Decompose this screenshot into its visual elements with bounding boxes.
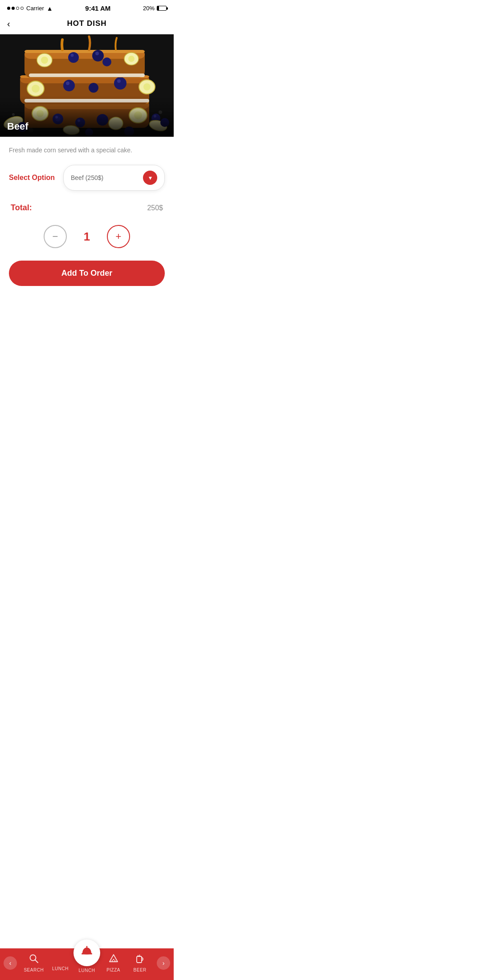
quantity-row: − 1 + — [9, 225, 165, 248]
status-left: Carrier ▲ — [7, 5, 53, 12]
add-to-order-button[interactable]: Add To Order — [9, 261, 165, 286]
total-label: Total: — [11, 203, 32, 212]
battery-percent: 20% — [143, 5, 155, 12]
signal-strength — [7, 7, 24, 10]
total-row: Total: 250$ — [9, 203, 165, 212]
battery-icon — [157, 6, 167, 11]
food-image: Beef — [0, 34, 174, 137]
select-option-label: Select Option — [9, 174, 58, 182]
dish-description: Fresh made corn served with a special ca… — [9, 146, 165, 155]
dot-3 — [16, 7, 19, 10]
image-overlay: Beef — [0, 110, 174, 137]
chevron-down-icon: ▾ — [149, 174, 152, 181]
carrier-label: Carrier — [26, 5, 44, 12]
total-value: 250$ — [147, 204, 163, 212]
header: ‹ HOT DISH — [0, 15, 174, 34]
quantity-decrease-button[interactable]: − — [44, 225, 67, 248]
quantity-display: 1 — [80, 230, 94, 244]
select-current-value: Beef (250$) — [71, 174, 103, 181]
dot-2 — [12, 7, 15, 10]
quantity-increase-button[interactable]: + — [107, 225, 130, 248]
status-time: 9:41 AM — [85, 4, 110, 12]
status-right: 20% — [143, 5, 167, 12]
dot-4 — [20, 7, 24, 10]
dish-name: Beef — [7, 121, 29, 132]
dropdown-button[interactable]: ▾ — [143, 171, 157, 185]
select-option-row: Select Option Beef (250$) ▾ — [9, 165, 165, 191]
status-bar: Carrier ▲ 9:41 AM 20% — [0, 0, 174, 15]
content-area: Fresh made corn served with a special ca… — [0, 137, 174, 333]
back-button[interactable]: ‹ — [7, 19, 10, 29]
select-dropdown[interactable]: Beef (250$) ▾ — [63, 165, 165, 191]
dot-1 — [7, 7, 10, 10]
page-title: HOT DISH — [67, 19, 106, 28]
wifi-icon: ▲ — [47, 5, 53, 12]
